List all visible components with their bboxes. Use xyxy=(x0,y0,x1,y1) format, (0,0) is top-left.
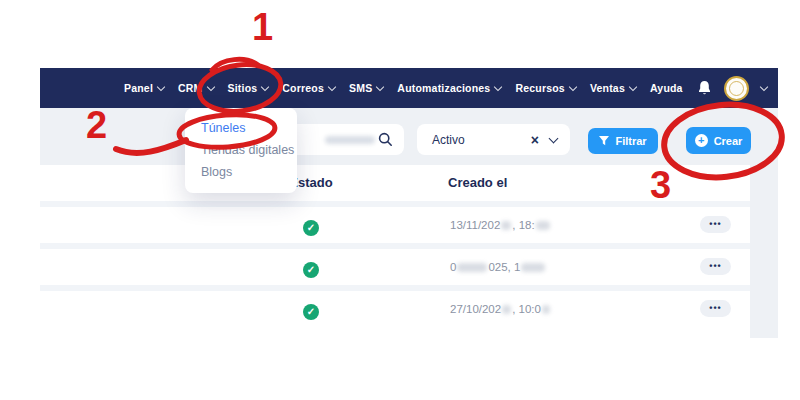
ellipsis-icon: ••• xyxy=(709,303,721,313)
chevron-down-icon xyxy=(629,82,637,90)
nav-item-label: Correos xyxy=(282,82,324,94)
chevron-down-icon xyxy=(549,133,559,143)
chevron-down-icon xyxy=(376,82,384,90)
created-date: 27/10/202, 10:0 xyxy=(450,303,551,315)
chevron-down-icon xyxy=(261,82,269,90)
status-active-icon: ✓ xyxy=(303,262,319,278)
annotation-step-1: 1 xyxy=(252,6,273,49)
dropdown-item-blogs[interactable]: Blogs xyxy=(185,161,297,183)
annotation-step-3: 3 xyxy=(650,164,671,207)
nav-item-label: CRM xyxy=(178,82,203,94)
avatar[interactable] xyxy=(724,76,749,101)
create-button-label: Crear xyxy=(714,135,743,147)
nav-item-label: Panel xyxy=(124,82,153,94)
nav-item-sitios[interactable]: Sitios xyxy=(228,82,269,94)
row-actions-button[interactable]: ••• xyxy=(700,258,731,275)
status-active-icon: ✓ xyxy=(303,220,319,236)
filter-bar-background xyxy=(40,108,778,165)
ellipsis-icon: ••• xyxy=(709,219,721,229)
nav-item-sms[interactable]: SMS xyxy=(349,82,383,94)
language-label: ES xyxy=(779,82,793,94)
nav-item-panel[interactable]: Panel xyxy=(124,82,164,94)
status-select-value: Activo xyxy=(432,133,531,147)
dropdown-item-tiendas-digitales[interactable]: Tiendas digitales xyxy=(185,139,297,161)
filter-button-label: Filtrar xyxy=(615,135,646,147)
funnel-icon xyxy=(599,136,609,146)
status-active-icon: ✓ xyxy=(303,304,319,320)
records-table: Estado Creado el ✓ 13/11/202, 18: ••• ✓ … xyxy=(40,165,750,327)
nav-item-ayuda[interactable]: Ayuda xyxy=(650,82,683,94)
status-select[interactable]: Activo × xyxy=(417,124,570,155)
nav-item-crm[interactable]: CRM xyxy=(178,82,214,94)
status-cell: ✓ xyxy=(280,217,342,236)
chevron-down-icon xyxy=(206,82,214,90)
row-actions-button[interactable]: ••• xyxy=(700,300,731,317)
table-row: ✓ 0025, 1 ••• xyxy=(40,249,750,291)
nav-item-recursos[interactable]: Recursos xyxy=(515,82,575,94)
top-navbar: Panel CRM Sitios Correos SMS Automatizac… xyxy=(40,68,778,108)
nav-item-label: Sitios xyxy=(228,82,258,94)
ellipsis-icon: ••• xyxy=(709,261,721,271)
sitios-dropdown-menu: Túneles Tiendas digitales Blogs xyxy=(185,108,297,193)
status-cell: ✓ xyxy=(280,259,342,278)
chevron-down-icon xyxy=(796,82,800,90)
plus-icon: + xyxy=(695,134,708,147)
create-button[interactable]: + Crear xyxy=(686,127,751,154)
table-header-row: Estado Creado el xyxy=(40,165,750,207)
nav-item-automatizaciones[interactable]: Automatizaciones xyxy=(397,82,501,94)
chevron-down-icon xyxy=(569,82,577,90)
bell-icon[interactable] xyxy=(697,80,712,96)
chevron-down-icon xyxy=(494,82,502,90)
filter-button[interactable]: Filtrar xyxy=(588,128,658,154)
table-row: ✓ 27/10/202, 10:0 ••• xyxy=(40,291,750,327)
nav-item-label: Recursos xyxy=(515,82,564,94)
created-date: 13/11/202, 18: xyxy=(450,219,551,231)
dropdown-item-túneles[interactable]: Túneles xyxy=(185,117,297,139)
annotation-step-2: 2 xyxy=(86,104,107,147)
nav-item-label: Ayuda xyxy=(650,82,683,94)
clear-icon[interactable]: × xyxy=(531,133,539,147)
nav-item-correos[interactable]: Correos xyxy=(282,82,335,94)
nav-item-ventas[interactable]: Ventas xyxy=(590,82,636,94)
column-header-creado: Creado el xyxy=(448,175,507,190)
row-actions-button[interactable]: ••• xyxy=(700,216,731,233)
table-body: ✓ 13/11/202, 18: ••• ✓ 0025, 1 ••• ✓ 27/… xyxy=(40,207,750,327)
redacted-search-text xyxy=(325,136,375,144)
nav-item-label: Ventas xyxy=(590,82,625,94)
chevron-down-icon xyxy=(759,82,767,90)
nav-item-label: Automatizaciones xyxy=(397,82,490,94)
nav-item-label: SMS xyxy=(349,82,372,94)
status-cell: ✓ xyxy=(280,301,342,320)
table-row: ✓ 13/11/202, 18: ••• xyxy=(40,207,750,249)
navbar-menu: Panel CRM Sitios Correos SMS Automatizac… xyxy=(124,82,683,94)
created-date: 0025, 1 xyxy=(450,261,546,273)
page-gutter xyxy=(750,108,778,338)
chevron-down-icon xyxy=(157,82,165,90)
navbar-right: ES xyxy=(697,76,800,101)
search-icon[interactable] xyxy=(378,132,393,147)
language-selector[interactable]: ES xyxy=(779,82,800,94)
chevron-down-icon xyxy=(328,82,336,90)
